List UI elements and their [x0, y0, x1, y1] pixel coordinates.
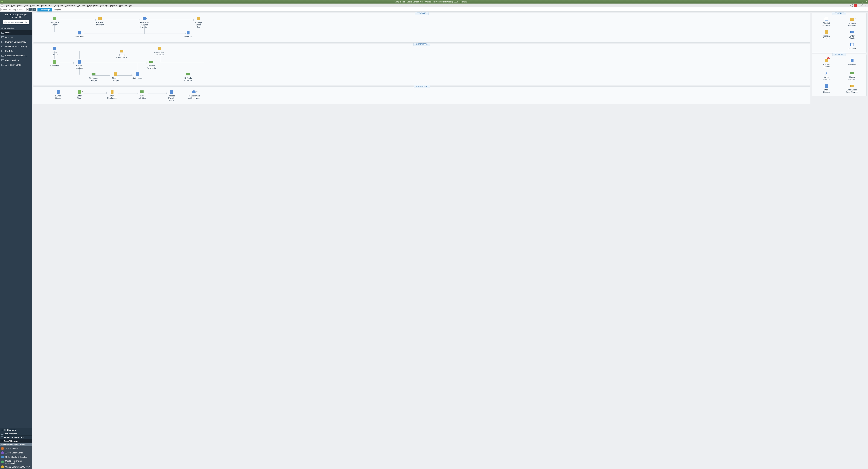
sidebar-window-item[interactable]: Accountant Center [0, 63, 32, 67]
sidebar-window-item[interactable]: Customer Center: Aber... [0, 53, 32, 58]
sidebar-item-label: Customer Center: Aber... [5, 55, 27, 57]
estimates[interactable]: Estimates [47, 60, 63, 67]
enter-bills[interactable]: Enter Bills [71, 31, 87, 38]
purchase-orders[interactable]: PurchaseOrders [47, 16, 63, 26]
create-sales-receipts[interactable]: Create SalesReceipts [152, 46, 168, 56]
menu-window[interactable]: Window [118, 4, 128, 7]
items-services[interactable]: Items &Services [814, 30, 838, 39]
menu-employees[interactable]: Employees [86, 4, 99, 7]
menu-lists[interactable]: Lists [23, 4, 29, 7]
truck-icon [142, 16, 147, 21]
sidebar-window-item[interactable]: Write Checks - Checking [0, 44, 32, 49]
enter-bills-against-inventory[interactable]: Enter BillsAgainstInventory [136, 16, 152, 28]
sidebar-item-label: Inventory Valuation Su... [5, 41, 26, 43]
sidebar-window-item[interactable]: Pay Bills [0, 49, 32, 53]
menu-view[interactable]: View [16, 4, 23, 7]
child-close-icon[interactable]: ✕ [865, 4, 867, 7]
statements[interactable]: Statements [129, 72, 145, 79]
do-more-item[interactable]: Order Checks & Supplies [0, 455, 32, 459]
sidebar-window-item[interactable]: Inventory Valuation Su... [0, 40, 32, 44]
do-more-label: Clients Outgrowing QB Pro? [5, 466, 30, 468]
pay-liabilities[interactable]: PayLiabilities [134, 90, 150, 99]
sidebar-shortcut-item[interactable]: Open Windows [0, 439, 32, 443]
shortcut-label: View Balances [4, 433, 17, 435]
menu-edit[interactable]: Edit [10, 4, 16, 7]
sidebar-shortcut-item[interactable]: Run Favorite Reports [0, 435, 32, 439]
do-more-label: Turn on Payroll [5, 447, 19, 449]
chevron-down-icon[interactable] [82, 91, 83, 92]
pay-employees[interactable]: PayEmployees [104, 90, 120, 99]
refunds-credits[interactable]: Refunds& Credits [180, 72, 196, 81]
write-checks[interactable]: WriteChecks [814, 71, 838, 80]
menu-reports[interactable]: Reports [108, 4, 118, 7]
process-payroll-forms[interactable]: ProcessPayrollForms [163, 90, 179, 102]
check-icon [849, 30, 855, 34]
finance-charges[interactable]: FinanceCharges [108, 72, 124, 81]
sidebar-shortcut-item[interactable]: My Shortcuts [0, 428, 32, 432]
print-checks[interactable]: PrintChecks [814, 84, 838, 93]
do-more-item[interactable]: Clients Outgrowing QB Pro? [0, 465, 32, 469]
do-more-item[interactable]: Turn on Payroll [0, 446, 32, 450]
calendar[interactable]: Calendar [840, 42, 864, 50]
search-button[interactable] [29, 8, 33, 11]
child-minimize-icon[interactable]: — [858, 4, 860, 7]
panel-close-icon[interactable]: ✕ [865, 8, 867, 11]
menu-help[interactable]: Help [128, 4, 134, 7]
hr-essentials[interactable]: HR Essentialsand Insurance [184, 90, 204, 99]
child-restore-icon[interactable]: ❐ [861, 4, 864, 7]
window-icon [1, 45, 4, 47]
panel-minimize-icon[interactable]: — [861, 8, 864, 11]
search-dropdown-icon[interactable] [26, 8, 28, 11]
close-icon[interactable]: ✕ [865, 1, 867, 3]
receive-payments[interactable]: ReceivePayments [143, 60, 159, 69]
do-more-item[interactable]: QuickBooks Online Accountant [0, 459, 32, 465]
sidebar-shortcut-item[interactable]: View Balances [0, 432, 32, 435]
minimize-icon[interactable]: — [858, 1, 860, 3]
menu-customers[interactable]: Customers [64, 4, 76, 7]
menu-file[interactable]: File [5, 4, 10, 7]
invoice-icon [77, 60, 82, 64]
collapse-sidebar-icon[interactable]: ‹ [33, 8, 36, 11]
menu-vendors[interactable]: Vendors [76, 4, 86, 7]
building-icon [56, 90, 61, 94]
reconcile[interactable]: Reconcile [840, 58, 864, 68]
accept-credit-cards[interactable]: AcceptCredit Cards [114, 49, 130, 59]
do-more-item[interactable]: Accept Credit Cards [0, 450, 32, 455]
reminder-icon[interactable] [850, 4, 853, 7]
sales-orders[interactable]: SalesOrders [47, 46, 63, 56]
record-deposits[interactable]: 3RecordDeposits [814, 58, 838, 68]
create-invoices[interactable]: CreateInvoices [71, 60, 87, 69]
tab-insights[interactable]: Insights [52, 8, 63, 11]
payroll-center[interactable]: PayrollCenter [50, 90, 66, 99]
enter-credit-card-charges[interactable]: Enter CreditCard Charges [840, 84, 864, 93]
chart-of-accounts[interactable]: Chart ofAccounts [814, 17, 838, 27]
menu-favorites[interactable]: Favorites [29, 4, 40, 7]
manage-sales-tax[interactable]: ManageSalesTax [190, 16, 206, 28]
tab-home-page[interactable]: Home Page [37, 8, 52, 11]
chevron-down-icon[interactable] [102, 18, 103, 19]
sidebar-window-item[interactable]: Create Invoices [0, 58, 32, 63]
order-checks[interactable]: OrderChecks [840, 30, 864, 39]
ledger-icon [91, 72, 96, 76]
menu-accountant[interactable]: Accountant [40, 4, 53, 7]
create-company-button[interactable]: Create a new company file [3, 20, 29, 24]
sidebar-item-label: Accountant Center [5, 64, 21, 66]
box-icon [849, 17, 855, 21]
alert-icon[interactable]: ! [854, 4, 857, 7]
enter-time[interactable]: EnterTime [71, 90, 87, 99]
inventory-activities[interactable]: InventoryActivities [840, 17, 864, 27]
notice-line2: company file [2, 16, 30, 19]
search-input[interactable] [1, 8, 26, 11]
sidebar-window-item[interactable]: Item List [0, 35, 32, 40]
menu-banking[interactable]: Banking [99, 4, 108, 7]
receive-inventory[interactable]: ReceiveInventory [92, 16, 108, 26]
chevron-down-icon[interactable] [196, 91, 198, 92]
pay-bills[interactable]: Pay Bills [180, 31, 196, 38]
check-register[interactable]: CheckRegister [840, 71, 864, 80]
statement-charges[interactable]: StatementCharges [86, 72, 101, 81]
chevron-down-icon[interactable] [855, 19, 856, 20]
menu-company[interactable]: Company [53, 4, 64, 7]
search-field[interactable] [0, 8, 29, 11]
sidebar-window-item[interactable]: Home [0, 30, 32, 35]
maximize-icon[interactable]: □ [861, 1, 864, 3]
